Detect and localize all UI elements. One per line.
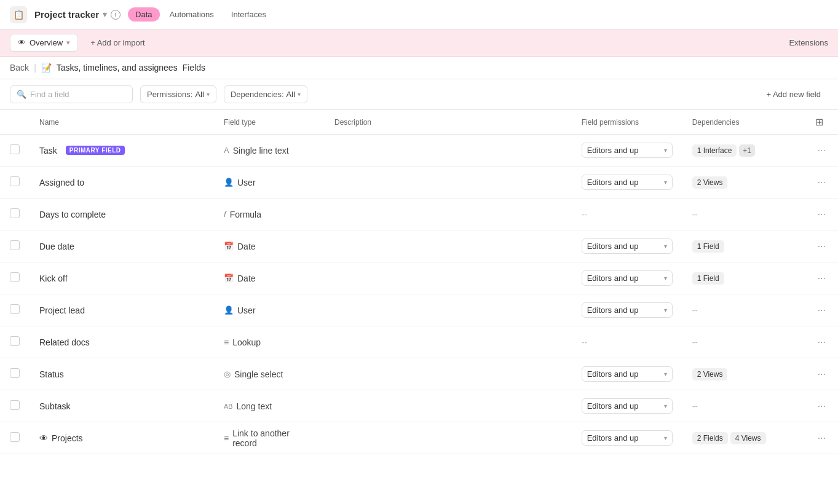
field-name: Days to complete <box>39 210 106 219</box>
table-row: 👁Projects≡Link to another recordEditors … <box>0 422 838 454</box>
row-checkbox[interactable] <box>10 432 20 442</box>
field-name: Due date <box>39 242 74 251</box>
dependency-tag[interactable]: 2 Views <box>692 368 728 380</box>
toolbar: 👁 Overview ▾ + Add or import Extensions <box>0 30 838 57</box>
back-link[interactable]: Back <box>10 63 29 73</box>
overview-tab[interactable]: 👁 Overview ▾ <box>10 34 78 52</box>
dependency-tag[interactable]: 2 Fields <box>692 432 728 444</box>
field-type-cell: 📅Date <box>224 242 315 251</box>
row-more-button[interactable]: ··· <box>815 398 828 414</box>
permissions-filter[interactable]: Permissions: All ▾ <box>140 85 216 103</box>
row-more-button[interactable]: ··· <box>815 302 828 318</box>
field-name-cell: Status <box>39 369 204 379</box>
permissions-select[interactable]: Editors and up▾ <box>582 430 673 446</box>
row-more-button[interactable]: ··· <box>815 270 828 286</box>
permissions-value: Editors and up <box>587 433 639 443</box>
search-box[interactable]: 🔍 Find a field <box>10 85 133 103</box>
app-title: Project tracker ▾ i <box>34 9 121 20</box>
field-permissions-cell: Editors and up▾ <box>572 262 682 294</box>
field-description <box>325 262 572 294</box>
column-settings-icon[interactable]: ⊞ <box>815 117 823 127</box>
field-type-cell: ABLong text <box>224 401 315 411</box>
field-type-icon: f <box>224 210 226 219</box>
nav-btn-data[interactable]: Data <box>128 7 159 22</box>
row-checkbox[interactable] <box>10 272 20 282</box>
field-name-cell: 👁Projects <box>39 433 204 443</box>
dependency-tag[interactable]: 2 Views <box>692 176 728 189</box>
breadcrumb-page: Fields <box>183 63 205 73</box>
row-checkbox[interactable] <box>10 208 20 218</box>
row-more-button[interactable]: ··· <box>815 238 828 254</box>
dependencies-dash: -- <box>692 210 698 219</box>
permissions-select[interactable]: Editors and up▾ <box>582 366 673 382</box>
permissions-chevron-icon: ▾ <box>664 435 667 441</box>
dependency-tag[interactable]: 1 Field <box>692 240 724 253</box>
permissions-select[interactable]: Editors and up▾ <box>582 270 673 286</box>
row-checkbox[interactable] <box>10 176 20 186</box>
row-more-button[interactable]: ··· <box>815 430 828 446</box>
nav-btn-automations[interactable]: Automations <box>162 7 221 22</box>
field-name: Related docs <box>39 337 90 347</box>
field-name-cell: Project lead <box>39 305 204 315</box>
permissions-chevron-icon: ▾ <box>664 147 667 154</box>
title-chevron[interactable]: ▾ <box>103 10 107 19</box>
permissions-select[interactable]: Editors and up▾ <box>582 302 673 318</box>
row-more-button[interactable]: ··· <box>815 207 828 222</box>
fields-table-container: Name Field type Description Field permis… <box>0 110 838 454</box>
permissions-select[interactable]: Editors and up▾ <box>582 143 673 158</box>
table-row: Days to completefFormula----··· <box>0 199 838 230</box>
row-more-button[interactable]: ··· <box>815 143 828 159</box>
field-description <box>325 199 572 230</box>
fields-table: Name Field type Description Field permis… <box>0 110 838 454</box>
breadcrumb-table-name: Tasks, timelines, and assignees <box>57 63 178 73</box>
add-new-field-button[interactable]: + Add new field <box>759 86 828 103</box>
dependency-tag[interactable]: 4 Views <box>730 432 766 444</box>
field-name-icon: 👁 <box>39 433 48 443</box>
dependency-plus[interactable]: +1 <box>739 144 755 157</box>
field-type-icon: 👤 <box>224 305 234 315</box>
field-name-cell: Days to complete <box>39 210 204 219</box>
col-perms-header: Field permissions <box>572 110 682 135</box>
field-type-cell: fFormula <box>224 210 315 219</box>
add-or-import-button[interactable]: + Add or import <box>83 34 152 51</box>
field-type-icon: 📅 <box>224 242 234 251</box>
row-checkbox[interactable] <box>10 304 20 314</box>
field-dependencies-cell: 2 Fields4 Views <box>682 422 805 454</box>
extensions-button[interactable]: Extensions <box>789 38 828 47</box>
field-description <box>325 167 572 199</box>
field-permissions-cell: Editors and up▾ <box>572 390 682 422</box>
permissions-select[interactable]: Editors and up▾ <box>582 398 673 414</box>
table-row: Kick off📅DateEditors and up▾1 Field··· <box>0 262 838 294</box>
field-type-label: User <box>237 305 256 315</box>
row-checkbox[interactable] <box>10 400 20 410</box>
permissions-select[interactable]: Editors and up▾ <box>582 175 673 190</box>
dependency-tag[interactable]: 1 Interface <box>692 144 737 157</box>
row-more-button[interactable]: ··· <box>815 366 828 382</box>
row-more-button[interactable]: ··· <box>815 334 828 350</box>
col-check-header <box>0 110 30 135</box>
col-deps-header: Dependencies <box>682 110 805 135</box>
field-name: Status <box>39 369 64 379</box>
row-more-button[interactable]: ··· <box>815 175 828 191</box>
field-type-label: Date <box>237 274 256 283</box>
dependencies-filter[interactable]: Dependencies: All ▾ <box>224 85 307 103</box>
nav-btn-interfaces[interactable]: Interfaces <box>224 7 274 22</box>
field-dependencies-cell: -- <box>682 199 805 230</box>
field-dependencies-cell: 2 Views <box>682 358 805 390</box>
top-nav: 📋 Project tracker ▾ i DataAutomationsInt… <box>0 0 838 30</box>
row-checkbox[interactable] <box>10 240 20 250</box>
table-row: Status◎Single selectEditors and up▾2 Vie… <box>0 358 838 390</box>
permissions-chevron-icon: ▾ <box>664 403 667 409</box>
row-checkbox[interactable] <box>10 336 20 346</box>
table-header-row: Name Field type Description Field permis… <box>0 110 838 135</box>
row-checkbox[interactable] <box>10 144 20 154</box>
field-name-cell: Due date <box>39 242 204 251</box>
field-name-cell: Related docs <box>39 337 204 347</box>
dependency-tag[interactable]: 1 Field <box>692 272 724 285</box>
info-icon[interactable]: i <box>111 10 121 20</box>
row-checkbox[interactable] <box>10 368 20 378</box>
permissions-dash: -- <box>582 210 587 219</box>
permissions-select[interactable]: Editors and up▾ <box>582 238 673 254</box>
field-description <box>325 326 572 358</box>
field-permissions-cell: -- <box>572 199 682 230</box>
